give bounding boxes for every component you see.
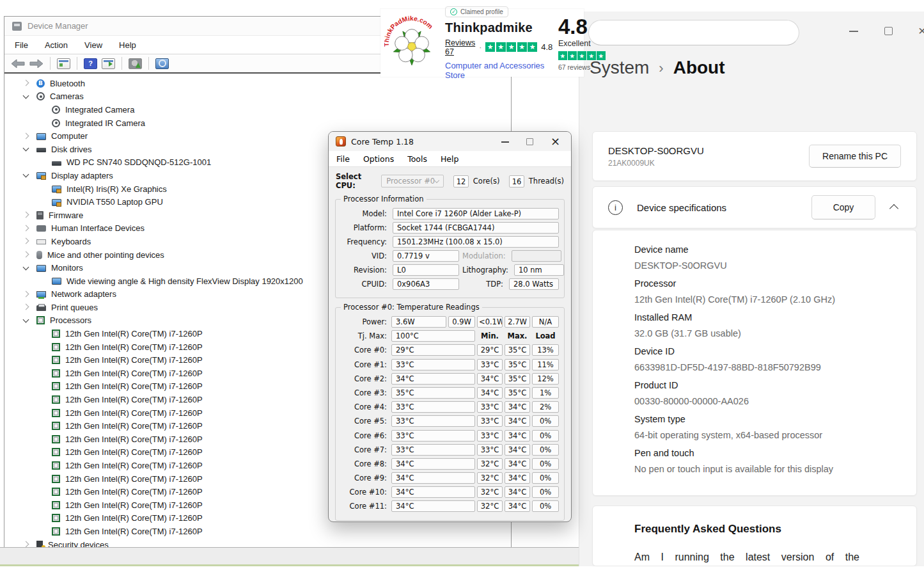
faq-question[interactable]: Am I running the latest version of the	[634, 552, 859, 563]
tree-item-label: Monitors	[51, 263, 83, 273]
toolbar-separator	[121, 57, 122, 70]
chevron-down-icon[interactable]	[21, 263, 31, 273]
tree-item-label: 12th Gen Intel(R) Core(TM) i7-1260P	[65, 513, 203, 523]
help-icon[interactable]: ?	[84, 58, 97, 69]
processor-icon	[52, 330, 60, 338]
minimize-icon[interactable]	[849, 26, 859, 35]
spec-value[interactable]: 32.0 GB (31.7 GB usable)	[634, 328, 901, 338]
remote-computer-icon[interactable]	[155, 58, 169, 69]
spec-value[interactable]: 64-bit operating system, x64-based proce…	[634, 430, 901, 440]
chevron-right-icon[interactable]	[21, 223, 31, 234]
menu-item-action[interactable]: Action	[45, 40, 68, 50]
tree-item[interactable]: 12th Gen Intel(R) Core(TM) i7-1260P	[4, 525, 511, 538]
computer-icon	[36, 133, 46, 140]
keyboard-icon	[36, 239, 46, 244]
processor-icon	[52, 382, 60, 390]
check-icon	[450, 8, 457, 15]
store-category-link[interactable]: Computer and Accessories Store	[445, 61, 552, 80]
frequency-value: 1501.23MHz (100.08 x 15.0)	[393, 236, 559, 248]
tree-item-label: 12th Gen Intel(R) Core(TM) i7-1260P	[65, 434, 203, 444]
star-icon: ★	[506, 42, 516, 52]
close-icon[interactable]	[918, 26, 924, 36]
core-load: 1%	[532, 387, 559, 399]
scan-hardware-changes-icon[interactable]	[129, 58, 142, 69]
min-column-header: Min.	[477, 331, 503, 340]
spec-value[interactable]: 6633981D-DF5D-4197-88BD-818F50792B99	[634, 362, 901, 372]
tree-item-label: 12th Gen Intel(R) Core(TM) i7-1260P	[65, 487, 203, 497]
cpu-select-dropdown[interactable]: Processor #0	[381, 175, 444, 187]
print-icon	[36, 305, 46, 311]
spec-value[interactable]: DESKTOP-S0ORGVU	[634, 260, 901, 271]
menu-item-help[interactable]: Help	[441, 154, 459, 164]
core-label: Core #2:	[341, 374, 389, 383]
core-temp-titlebar[interactable]: Core Temp 1.18	[329, 132, 571, 151]
chevron-down-icon[interactable]	[21, 92, 31, 102]
core-temp-row: Core #8:34°C32°C34°C0%	[341, 458, 559, 470]
settings-search-input[interactable]	[588, 20, 799, 45]
platform-value: Socket 1744 (FCBGA1744)	[393, 222, 559, 234]
spec-value[interactable]: No pen or touch input is available for t…	[634, 464, 901, 474]
spec-value[interactable]: 00330-80000-00000-AA026	[634, 396, 901, 406]
tree-item[interactable]: Integrated Camera	[4, 103, 511, 116]
chevron-right-icon[interactable]	[21, 236, 31, 246]
menu-item-file[interactable]: File	[336, 154, 350, 164]
vid-value: 0.7719 v	[393, 250, 459, 262]
show-console-tree-icon[interactable]	[57, 58, 70, 69]
device-specifications-header[interactable]: Device specifications Copy	[592, 186, 917, 228]
tree-item[interactable]: Integrated IR Camera	[4, 116, 511, 130]
close-icon[interactable]	[551, 137, 560, 146]
tree-item-label: NVIDIA T550 Laptop GPU	[67, 197, 163, 207]
settings-window: System › About DESKTOP-S0ORGVU 21AK0009U…	[579, 12, 924, 566]
chevron-right-icon[interactable]	[21, 78, 31, 88]
rename-pc-button[interactable]: Rename this PC	[809, 145, 901, 168]
tree-item[interactable]: BBluetooth	[4, 77, 511, 90]
tree-item-label: Keyboards	[51, 237, 91, 246]
tree-item[interactable]: Cameras	[4, 90, 511, 104]
tree-item-label: Display adapters	[51, 171, 113, 180]
core-current-temp: 34°C	[391, 472, 475, 484]
chevron-down-icon[interactable]	[21, 315, 31, 326]
core-temp-row: Core #4:33°C33°C34°C2%	[341, 401, 559, 413]
menu-item-options[interactable]: Options	[363, 154, 394, 164]
menu-item-view[interactable]: View	[84, 40, 102, 50]
minimize-icon[interactable]	[501, 138, 509, 145]
core-temp-window: Core Temp 1.18 FileOptionsToolsHelp Sele…	[328, 131, 572, 522]
chevron-right-icon[interactable]	[21, 289, 31, 299]
star-rating: ★★★★★	[558, 51, 606, 60]
chevron-up-icon[interactable]	[889, 204, 898, 213]
core-temp-row: Core #11:34°C32°C34°C0%	[341, 500, 559, 512]
tree-item-label: Processors	[50, 315, 91, 325]
core-load: 0%	[532, 444, 559, 456]
chevron-down-icon[interactable]	[21, 144, 31, 154]
processor-icon	[52, 409, 60, 417]
properties-icon[interactable]	[102, 58, 115, 69]
reviews-link[interactable]: Reviews 67	[445, 38, 475, 56]
revision-label: Revision:	[341, 266, 389, 275]
spec-value[interactable]: 12th Gen Intel(R) Core(TM) i7-1260P (2.1…	[634, 294, 901, 305]
select-cpu-row: Select CPU: Processor #0 12 Core(s) 16 T…	[329, 167, 571, 194]
core-temp-row: Core #1:33°C33°C35°C11%	[341, 359, 559, 370]
menu-item-help[interactable]: Help	[119, 40, 136, 50]
forward-icon[interactable]	[29, 59, 43, 68]
core-max-temp: 34°C	[505, 401, 530, 413]
chevron-right-icon[interactable]	[21, 302, 31, 312]
chevron-down-icon[interactable]	[21, 170, 31, 180]
menu-item-tools[interactable]: Tools	[407, 154, 427, 164]
processor-icon	[52, 369, 60, 378]
info-icon	[608, 200, 623, 215]
maximize-icon[interactable]	[884, 27, 893, 35]
core-min-temp: 32°C	[477, 500, 503, 512]
threads-count-box: 16	[509, 175, 524, 187]
menu-item-file[interactable]: File	[15, 40, 28, 50]
core-temp-row: Core #10:34°C32°C34°C0%	[341, 486, 559, 498]
maximize-icon[interactable]	[526, 138, 533, 145]
core-temp-row: Core #7:33°C33°C34°C0%	[341, 444, 559, 456]
back-icon[interactable]	[11, 59, 25, 68]
tree-item-label: 12th Gen Intel(R) Core(TM) i7-1260P	[65, 395, 203, 404]
copy-button[interactable]: Copy	[811, 195, 875, 219]
vid-label: VID:	[341, 251, 389, 260]
chevron-right-icon[interactable]	[21, 131, 31, 141]
chevron-right-icon[interactable]	[21, 250, 31, 260]
tdp-label: TDP:	[462, 280, 506, 289]
chevron-right-icon[interactable]	[21, 210, 31, 220]
